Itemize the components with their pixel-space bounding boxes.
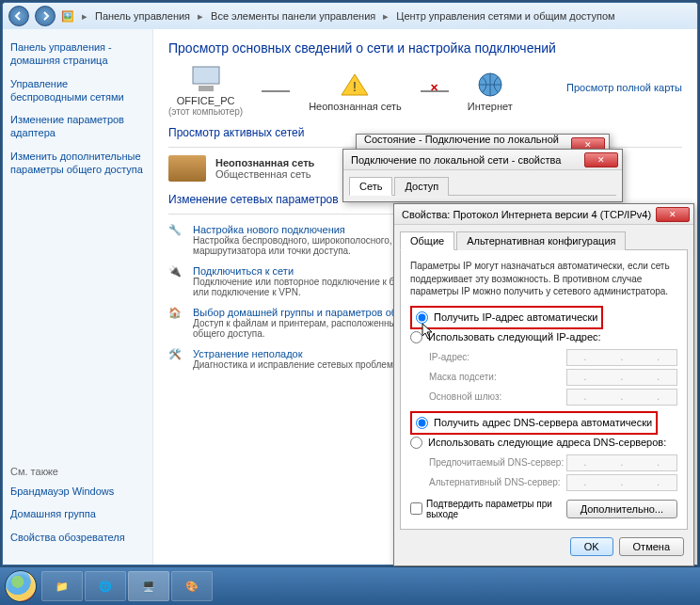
taskbar-item[interactable]: 🌐 [85,571,126,601]
cancel-button[interactable]: Отмена [619,537,684,556]
sidebar: Панель управления - домашняя страница Уп… [3,29,153,565]
windows-orb-icon [5,570,37,602]
close-icon[interactable]: ✕ [584,152,618,167]
warning-icon: ! [336,71,374,99]
sidebar-firewall-link[interactable]: Брандмауэр Windows [10,485,145,498]
see-also-label: См. также [10,466,145,477]
dns1-field: ... [566,454,677,471]
breadcrumb-item[interactable]: Панель управления [95,10,190,22]
wizard-icon: 🔧 [168,224,185,241]
radio-dns-auto-input[interactable] [416,417,428,429]
connection-line [262,90,290,92]
breadcrumb-item[interactable]: Все элементы панели управления [211,10,375,22]
confirm-checkbox[interactable] [410,502,422,515]
radio-ip-manual[interactable]: Использовать следующий IP-адрес: [410,329,677,345]
label-gateway: Основной шлюз: [429,391,566,402]
label-ip: IP-адрес: [429,352,566,362]
connection-broken [421,90,449,92]
tab-access[interactable]: Доступ [394,177,449,196]
tab-network[interactable]: Сеть [349,177,392,196]
highlight-dns-auto: Получить адрес DNS-сервера автоматически [410,411,658,435]
tab-general[interactable]: Общие [400,231,454,250]
globe-icon [471,71,509,99]
breadcrumb-item[interactable]: Центр управления сетями и общим доступом [396,10,614,22]
properties-dialog-title: Подключение по локальной сети - свойства… [343,150,622,170]
ipv4-dialog: Свойства: Протокол Интернета версии 4 (T… [393,203,694,566]
close-icon[interactable]: ✕ [656,207,690,222]
label-mask: Маска подсети: [429,372,566,382]
homegroup-icon: 🏠 [168,307,185,324]
radio-ip-auto-input[interactable] [416,311,428,324]
svg-rect-1 [199,86,214,91]
taskbar-item[interactable]: 📁 [41,571,83,601]
computer-icon [187,65,225,93]
ipv4-description: Параметры IP могут назначаться автоматич… [410,260,677,298]
mask-field: ... [566,369,677,386]
radio-dns-manual-input[interactable] [410,437,422,449]
advanced-button[interactable]: Дополнительно... [566,500,677,518]
svg-text:!: ! [354,79,358,94]
sidebar-home-link[interactable]: Панель управления - домашняя страница [10,40,145,68]
sidebar-homegroup-link[interactable]: Домашняя группа [10,507,145,520]
radio-dns-auto[interactable]: Получить адрес DNS-сервера автоматически [416,415,652,431]
node-internet: Интернет [468,71,513,112]
svg-rect-0 [193,67,219,84]
sidebar-browser-link[interactable]: Свойства обозревателя [10,531,145,544]
ok-button[interactable]: OK [570,537,613,556]
label-dns1: Предпочитаемый DNS-сервер: [429,457,566,468]
troubleshoot-icon: 🛠️ [168,348,185,365]
taskbar: 📁 🌐 🖥️ 🎨 [0,567,700,605]
radio-ip-auto[interactable]: Получить IP-адрес автоматически [416,310,597,326]
connect-icon: 🔌 [168,265,185,282]
nav-forward-button[interactable] [35,6,56,26]
highlight-ip-auto: Получить IP-адрес автоматически [410,306,603,329]
sidebar-adapter-link[interactable]: Изменение параметров адаптера [10,113,145,140]
label-dns2: Альтернативный DNS-сервер: [429,477,566,487]
ip-field: ... [566,349,677,366]
taskbar-item[interactable]: 🖥️ [128,571,169,601]
gateway-field: ... [566,389,677,406]
breadcrumb-icon: 🖼️ [61,10,74,23]
sidebar-wireless-link[interactable]: Управление беспроводными сетями [10,77,145,104]
confirm-checkbox-row[interactable]: Подтвердить параметры при выходе [410,499,566,519]
tab-alternate[interactable]: Альтернативная конфигурация [456,231,626,250]
full-map-link[interactable]: Просмотр полной карты [566,82,682,93]
radio-dns-manual[interactable]: Использовать следующие адреса DNS-сервер… [410,435,677,451]
dns2-field: ... [566,474,677,491]
start-button[interactable] [2,567,40,605]
nav-back-button[interactable] [8,6,29,26]
taskbar-item[interactable]: 🎨 [171,571,213,601]
ipv4-dialog-title[interactable]: Свойства: Протокол Интернета версии 4 (T… [394,204,693,225]
titlebar: 🖼️ ▸ Панель управления ▸ Все элементы па… [3,3,697,29]
bench-icon [168,155,206,182]
properties-dialog: Подключение по локальной сети - свойства… [342,149,623,202]
radio-ip-manual-input[interactable] [410,331,422,343]
node-unknown: ! Неопознанная сеть [309,71,402,112]
page-title: Просмотр основных сведений о сети и наст… [168,40,682,56]
node-pc: OFFICE_PC (этот компьютер) [168,65,243,117]
sidebar-sharing-link[interactable]: Изменить дополнительные параметры общего… [10,150,145,177]
